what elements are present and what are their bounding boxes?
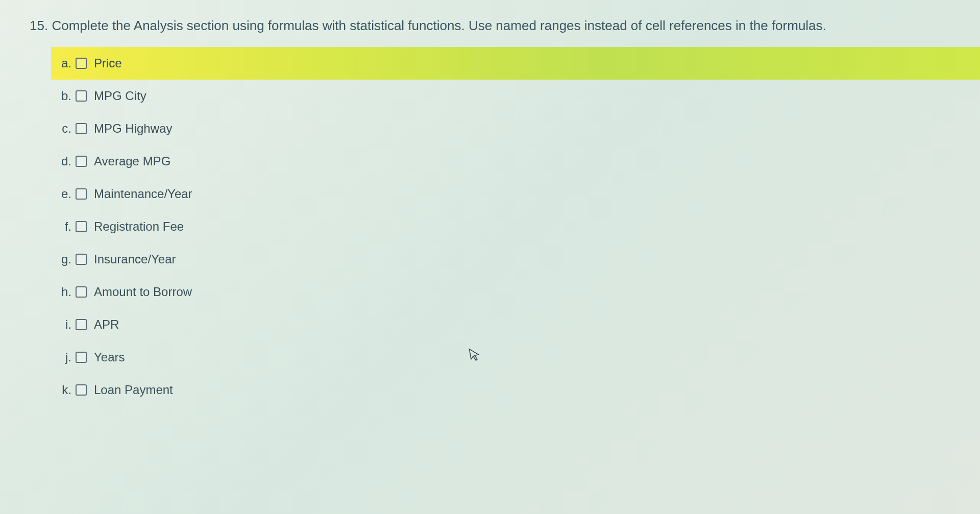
list-item: g. Insurance/Year	[56, 243, 954, 276]
item-label: Years	[94, 350, 954, 364]
item-letter: b.	[56, 89, 71, 103]
item-label: Loan Payment	[94, 383, 954, 397]
list-item: k. Loan Payment	[56, 374, 954, 406]
checkbox-icon[interactable]	[76, 221, 87, 232]
checkbox-icon[interactable]	[76, 123, 87, 134]
list-item: c. MPG Highway	[56, 112, 954, 145]
item-letter: i.	[56, 317, 71, 332]
item-letter: a.	[56, 56, 71, 70]
item-label: Average MPG	[94, 154, 954, 168]
list-item: b. MPG City	[56, 80, 954, 112]
checkbox-icon[interactable]	[76, 188, 87, 200]
checkbox-icon[interactable]	[76, 384, 87, 396]
checkbox-icon[interactable]	[76, 254, 87, 265]
item-label: Amount to Borrow	[94, 285, 954, 299]
question-number: 15.	[30, 18, 48, 33]
checkbox-icon[interactable]	[76, 319, 87, 330]
item-letter: f.	[56, 219, 71, 234]
checkbox-icon[interactable]	[76, 90, 87, 102]
item-letter: g.	[56, 252, 71, 266]
checkbox-icon[interactable]	[76, 286, 87, 298]
item-letter: c.	[56, 121, 71, 136]
item-letter: j.	[56, 350, 71, 364]
item-label: Insurance/Year	[94, 252, 954, 266]
list-item: j. Years	[56, 341, 954, 374]
item-letter: k.	[56, 383, 71, 397]
list-item: e. Maintenance/Year	[56, 178, 954, 210]
list-item: d. Average MPG	[56, 145, 954, 178]
item-label: MPG City	[94, 89, 954, 103]
checkbox-icon[interactable]	[76, 352, 87, 363]
question-text: 15. Complete the Analysis section using …	[26, 15, 954, 37]
item-letter: d.	[56, 154, 71, 168]
list-item: h. Amount to Borrow	[56, 276, 954, 308]
item-letter: h.	[56, 285, 71, 299]
question-body: Complete the Analysis section using form…	[52, 18, 826, 33]
item-label: MPG Highway	[94, 121, 954, 136]
item-label: Price	[94, 56, 954, 70]
item-label: Registration Fee	[94, 219, 954, 234]
checkbox-icon[interactable]	[76, 156, 87, 167]
item-label: APR	[94, 317, 954, 332]
checkbox-icon[interactable]	[76, 58, 87, 69]
item-letter: e.	[56, 187, 71, 201]
list-item: a. Price	[51, 47, 980, 80]
list-item: i. APR	[56, 308, 954, 341]
sub-items-list: a. Price b. MPG City c. MPG Highway d. A…	[26, 47, 954, 406]
list-item: f. Registration Fee	[56, 210, 954, 243]
item-label: Maintenance/Year	[94, 187, 954, 201]
